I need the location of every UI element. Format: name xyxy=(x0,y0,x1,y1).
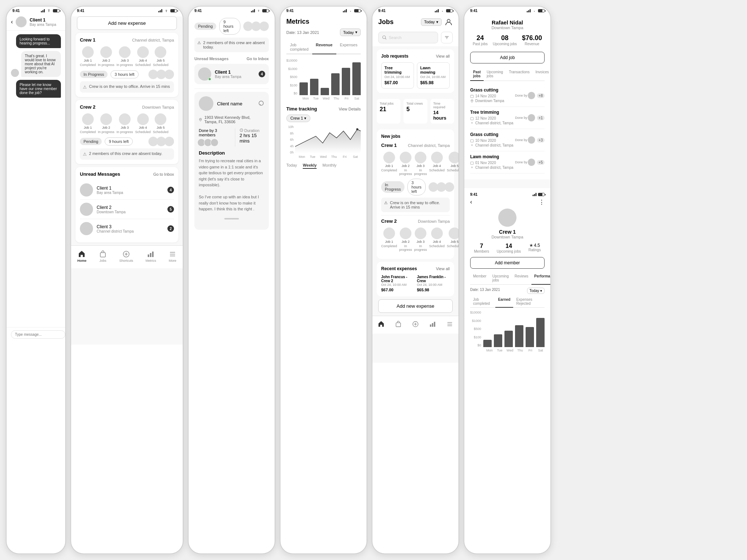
client-profile-stats: 24 Past jobs 08 Upcoming jobs $76.00 Rev… xyxy=(470,34,545,46)
add-member-button[interactable]: Add member xyxy=(470,257,545,269)
tab-earned[interactable]: Earned xyxy=(495,296,514,308)
goto-inbox-link[interactable]: Go to Inbox xyxy=(153,172,174,176)
tab-invoices[interactable]: Invoices xyxy=(533,68,551,81)
today-button-crew[interactable]: Today ▾ xyxy=(527,288,545,294)
job-item: Job 5Scheduled xyxy=(447,228,459,252)
tab-expenses-rejected[interactable]: Expenses Rejected xyxy=(513,296,545,308)
tab-monthly[interactable]: Monthly xyxy=(322,163,337,169)
wifi-icon-4 xyxy=(440,9,445,12)
message-item-3[interactable]: Client 3 Channel district Tampa 2 xyxy=(80,219,174,238)
message-item-2[interactable]: Client 2 Downtown Tampa 5 xyxy=(80,200,174,219)
nav-home[interactable]: Home xyxy=(74,249,89,264)
nav-jobs[interactable]: Jobs xyxy=(96,249,110,264)
message-item-1[interactable]: Client 1 Bay area Tampa 4 xyxy=(80,180,174,200)
tab-upcoming-jobs-crew[interactable]: Upcoming jobs xyxy=(489,272,512,285)
time-4: 9:41 xyxy=(378,9,386,13)
crew-back-button[interactable]: ‹ xyxy=(470,199,472,206)
nav-metrics[interactable]: Metrics xyxy=(143,249,159,264)
tab-weekly[interactable]: Weekly xyxy=(303,163,317,169)
add-expense-button-4[interactable]: Add new expense xyxy=(378,299,453,313)
profile-icon[interactable] xyxy=(445,18,453,26)
today-button[interactable]: Today ▾ xyxy=(340,28,361,36)
crew-profile-header: ‹ ⋮ xyxy=(470,199,545,206)
tab-revenue[interactable]: Revenue xyxy=(312,40,336,54)
chat-input[interactable] xyxy=(11,330,65,339)
tab-transactions[interactable]: Transactions xyxy=(506,68,533,81)
jobs-header: Jobs Today ▾ xyxy=(372,13,458,29)
signal-icon xyxy=(41,9,45,12)
hours-left-2: 9 hours left xyxy=(219,18,240,35)
tab-reviews[interactable]: Reviews xyxy=(512,272,531,285)
job-requests-section: Job requests View all Tree trimming Oct … xyxy=(377,49,454,93)
panel4-content: Jobs Today ▾ Search Job requests Vi xyxy=(372,13,458,363)
tab-member[interactable]: Member xyxy=(470,272,489,285)
tab-performance[interactable]: Performance xyxy=(531,272,551,285)
time-5: 9:41 xyxy=(470,9,477,13)
calendar-icon-3 xyxy=(470,139,474,143)
past-jobs-stat: 24 Past jobs xyxy=(473,34,488,46)
filter-button[interactable] xyxy=(441,32,453,43)
crew-tabs: Member Upcoming jobs Reviews Performance xyxy=(470,272,545,285)
nav-shortcuts[interactable]: Shortcuts xyxy=(116,249,136,264)
expenses-section: Recent expenses View all John Francus - … xyxy=(377,262,454,296)
chevron-down-icon-3: ▾ xyxy=(436,20,438,24)
nav-jobs-4[interactable] xyxy=(392,319,405,329)
description-text: I'm trying to recreate real cities in a … xyxy=(199,158,264,212)
nav-home-4[interactable] xyxy=(375,319,388,329)
view-all-requests[interactable]: View all xyxy=(436,54,450,58)
expense-1: John Francus - Crew 2 Oct 24, 10:00 AM $… xyxy=(381,275,414,292)
profiles-phone: 9:41 Rafael Nidal Downtown Tampa 24 Past… xyxy=(464,6,551,554)
done-by-row-3: Done by +3 xyxy=(515,136,545,144)
new-jobs-title: New jobs xyxy=(381,134,400,139)
crew2-alert: ⚠ 2 members of this crew are absent toda… xyxy=(80,148,174,160)
today-select-button[interactable]: Today ▾ xyxy=(421,18,442,26)
expenses-header: Recent expenses View all xyxy=(381,266,450,271)
bars-container xyxy=(299,59,361,95)
crew1-name: Crew 1 xyxy=(80,37,96,43)
time-left-badge-3: 3 hours left xyxy=(407,179,426,195)
view-details-link[interactable]: View Details xyxy=(339,107,361,111)
job-request-1[interactable]: Tree trimming Oct 24, 10:00 AM $67.00 xyxy=(381,62,414,89)
view-all-expenses[interactable]: View all xyxy=(436,267,450,271)
tab-expenses[interactable]: Expenses xyxy=(336,40,361,54)
pending-badge[interactable]: Pending xyxy=(80,138,102,145)
past-job-3: Grass cutting 10 Nov 2020 Channel distri… xyxy=(470,129,545,151)
job-item: Job 4Scheduled xyxy=(429,152,445,176)
messages-section: Unread Messages Go to Inbox Client 1 Bay… xyxy=(76,167,178,242)
tab-job-completed-perf[interactable]: Job completed xyxy=(470,296,495,308)
tab-today[interactable]: Today xyxy=(286,163,297,169)
inprogress-badge-2: In Progress xyxy=(381,181,405,193)
back-button[interactable]: ‹ xyxy=(11,19,13,25)
tab-upcoming-jobs[interactable]: Upcoming jobs xyxy=(484,68,506,81)
message-sent-1: Looking forward to hearing progress... xyxy=(16,34,61,48)
crew-more-button[interactable]: ⋮ xyxy=(539,199,545,206)
message-icon[interactable] xyxy=(258,100,264,107)
job-item: Job 3 In progress xyxy=(117,46,133,67)
job-avatar xyxy=(100,46,112,58)
period-tabs: Today Weekly Monthly xyxy=(286,163,361,169)
home-icon xyxy=(78,250,86,258)
tab-past-jobs[interactable]: Past jobs xyxy=(470,68,484,81)
nav-metrics-4[interactable] xyxy=(426,319,439,329)
tab-job-completed[interactable]: Job completed xyxy=(286,40,312,54)
home-icon-4 xyxy=(378,320,385,328)
add-expense-button[interactable]: Add new expense xyxy=(77,16,177,30)
nav-more-4[interactable] xyxy=(443,319,456,329)
time-tracking-title: Time tracking xyxy=(286,106,317,112)
go-to-inbox[interactable]: Go to Inbox xyxy=(247,57,269,61)
signal-2 xyxy=(251,9,255,12)
time-crew: 9:41 xyxy=(470,192,477,197)
crew-select-button[interactable]: Crew 1 ▾ xyxy=(286,114,310,122)
stats-row: Total jobs 21 Total crews 5 Time require… xyxy=(372,96,458,127)
inprogress-badge[interactable]: In Progress xyxy=(80,71,108,78)
total-jobs-stat: Total jobs 21 xyxy=(377,99,400,124)
job-item: Job 3In progress xyxy=(414,152,427,176)
nav-shortcuts-4[interactable] xyxy=(409,319,422,329)
crew2-location: Downtown Tampa xyxy=(142,105,174,109)
crew1-new-alert: ⚠ Crew is on the way to office. Arrive i… xyxy=(381,198,450,212)
duration-value: 2 hrs 15 mins xyxy=(240,133,264,144)
add-job-button[interactable]: Add job xyxy=(470,52,545,63)
job-request-2[interactable]: Lawn mowing Oct 24, 10:00 AM $65.98 xyxy=(417,62,450,89)
nav-more[interactable]: More xyxy=(166,249,179,264)
signal-5 xyxy=(527,9,531,12)
